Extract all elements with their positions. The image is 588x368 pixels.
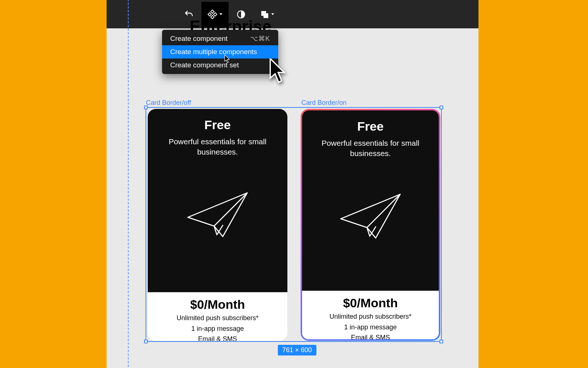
menu-item-create-multiple-components[interactable]: Create multiple components [162, 45, 278, 59]
menu-item-create-component[interactable]: Create component ⌥⌘K [162, 32, 278, 45]
component-dropdown: Create component ⌥⌘K Create multiple com… [162, 30, 278, 74]
paper-plane-icon [336, 188, 405, 243]
selection-dimensions-badge: 761 × 600 [278, 345, 316, 355]
card-feature: Email & SMS [154, 335, 282, 341]
card-feature: 1 in-app message [154, 325, 282, 333]
card-feature: Unlimited push subscribers* [308, 312, 433, 321]
card-border-off[interactable]: Free Powerful essentials for small busin… [148, 109, 287, 341]
card-title: Free [204, 118, 231, 132]
card-title: Free [357, 119, 384, 134]
menu-item-label: Create component [170, 35, 227, 43]
selection-handle[interactable] [440, 340, 443, 343]
canvas[interactable]: Enterprise Create component ⌥⌘K Create m… [107, 28, 478, 368]
card-price: $0/Month [308, 296, 433, 310]
card-subtitle: Powerful essentials for small businesses… [155, 137, 280, 158]
frame-label-right[interactable]: Card Border/on [301, 99, 347, 107]
menu-item-shortcut: ⌥⌘K [250, 35, 270, 43]
design-app-panel: Enterprise Create component ⌥⌘K Create m… [107, 0, 478, 368]
paper-plane-icon [183, 186, 252, 241]
card-feature: Unlimited push subscribers* [154, 314, 282, 322]
selection-handle[interactable] [440, 106, 443, 109]
card-feature: 1 in-app message [308, 323, 433, 332]
card-price: $0/Month [154, 297, 282, 312]
card-subtitle: Powerful essentials for small businesses… [309, 138, 431, 159]
menu-item-create-component-set[interactable]: Create component set [162, 59, 278, 72]
menu-item-label: Create component set [170, 61, 239, 69]
menu-item-label: Create multiple components [170, 48, 257, 56]
card-footer: $0/Month Unlimited push subscribers* 1 i… [148, 292, 287, 341]
card-border-on[interactable]: Free Powerful essentials for small busin… [301, 109, 440, 341]
card-hero: Free Powerful essentials for small busin… [302, 110, 439, 291]
card-hero: Free Powerful essentials for small busin… [148, 109, 287, 292]
frame-label-left[interactable]: Card Border/off [146, 99, 191, 107]
selection-handle[interactable] [144, 340, 148, 343]
chevron-down-icon [271, 13, 274, 15]
card-feature: Email & SMS [308, 333, 433, 339]
selection-handle[interactable] [144, 106, 148, 109]
card-footer: $0/Month Unlimited push subscribers* 1 i… [302, 291, 439, 339]
